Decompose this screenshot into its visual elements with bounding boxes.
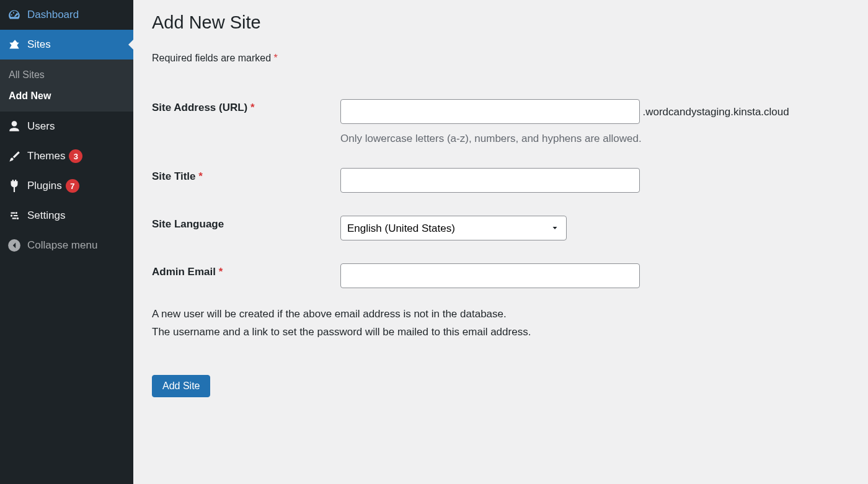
site-language-select[interactable]: English (United States)	[340, 216, 567, 240]
admin-email-label: Admin Email	[152, 266, 216, 278]
svg-point-2	[11, 214, 12, 216]
menu-label: Sites	[27, 38, 51, 51]
helper-line-1: A new user will be created if the above …	[152, 308, 507, 320]
menu-item-dashboard[interactable]: Dashboard	[0, 0, 133, 30]
menu-item-themes[interactable]: Themes 3	[0, 141, 133, 171]
main-content: Add New Site Required fields are marked …	[133, 0, 868, 484]
menu-item-sites[interactable]: Sites	[0, 30, 133, 59]
site-title-label: Site Title	[152, 170, 196, 182]
menu-item-settings[interactable]: Settings	[0, 201, 133, 231]
menu-label: Dashboard	[27, 9, 79, 21]
add-site-form: Site Address (URL) * .wordcandystaging.k…	[152, 94, 849, 306]
menu-item-plugins[interactable]: Plugins 7	[0, 171, 133, 201]
admin-email-input[interactable]	[340, 263, 640, 288]
menu-item-collapse[interactable]: Collapse menu	[0, 231, 133, 260]
sites-icon	[7, 38, 21, 51]
users-icon	[7, 120, 21, 133]
required-asterisk: *	[250, 102, 255, 113]
themes-icon	[7, 149, 21, 163]
plugins-update-badge: 7	[66, 179, 79, 193]
submenu-all-sites[interactable]: All Sites	[0, 64, 133, 86]
required-asterisk: *	[198, 170, 203, 182]
menu-label: Settings	[27, 209, 65, 222]
sites-submenu: All Sites Add New	[0, 59, 133, 112]
menu-label: Plugins	[27, 180, 62, 192]
admin-email-label-cell: Admin Email *	[152, 258, 340, 306]
menu-label: Themes	[27, 150, 65, 162]
page-title: Add New Site	[152, 12, 849, 33]
site-address-label: Site Address (URL)	[152, 102, 247, 113]
themes-update-badge: 3	[69, 149, 82, 163]
helper-line-2: The username and a link to set the passw…	[152, 326, 531, 338]
site-address-label-cell: Site Address (URL) *	[152, 94, 340, 162]
submenu-add-new[interactable]: Add New	[0, 86, 133, 107]
site-address-suffix: .wordcandystaging.kinsta.cloud	[642, 106, 789, 118]
menu-label: Users	[27, 120, 55, 133]
required-asterisk: *	[219, 266, 223, 278]
add-site-button[interactable]: Add Site	[152, 375, 210, 397]
site-title-label-cell: Site Title *	[152, 162, 340, 210]
menu-item-users[interactable]: Users	[0, 112, 133, 141]
site-language-label: Site Language	[152, 218, 224, 230]
site-language-label-cell: Site Language	[152, 210, 340, 258]
site-title-input[interactable]	[340, 168, 640, 193]
collapse-icon	[7, 239, 21, 252]
required-asterisk: *	[274, 53, 278, 63]
site-address-hint: Only lowercase letters (a-z), numbers, a…	[340, 133, 849, 145]
required-fields-note: Required fields are marked *	[152, 53, 849, 64]
svg-point-0	[17, 218, 19, 219]
svg-point-1	[16, 212, 17, 214]
site-address-input[interactable]	[340, 99, 640, 124]
admin-sidebar: Dashboard Sites All Sites Add New Users …	[0, 0, 133, 484]
helper-text: A new user will be created if the above …	[152, 306, 849, 341]
required-text: Required fields are marked	[152, 53, 271, 63]
dashboard-icon	[7, 8, 21, 22]
settings-icon	[7, 209, 21, 222]
plugins-icon	[7, 179, 21, 193]
menu-label: Collapse menu	[27, 239, 97, 252]
